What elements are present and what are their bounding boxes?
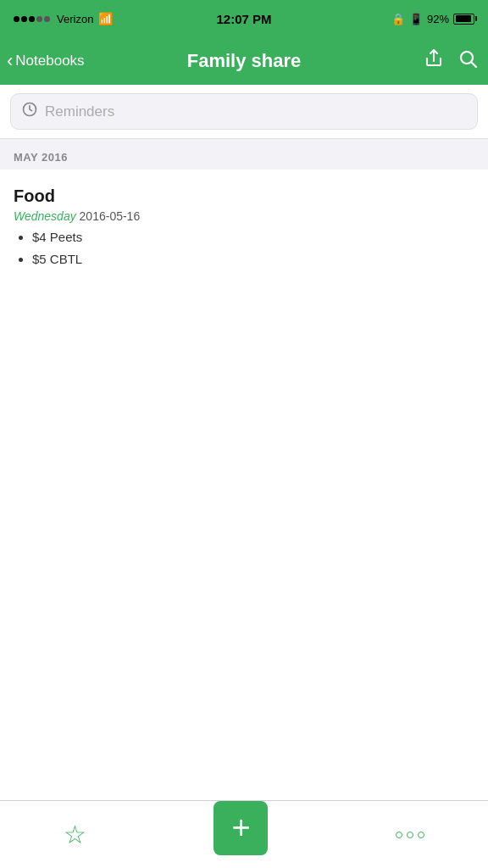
back-chevron-icon: ‹ <box>7 52 13 70</box>
status-left: Verizon 📶 <box>14 12 113 25</box>
note-date-plain: 2016-05-16 <box>76 209 141 223</box>
status-right: 🔒 📱 92% <box>391 13 474 25</box>
note-card[interactable]: Food Wednesday 2016-05-16 $4 Peets $5 CB… <box>14 183 474 280</box>
signal-dot-2 <box>21 16 27 22</box>
signal-dot-5 <box>44 16 50 22</box>
wifi-icon: 📶 <box>98 12 113 25</box>
notes-area: Food Wednesday 2016-05-16 $4 Peets $5 CB… <box>0 170 488 800</box>
more-dot-1 <box>396 832 402 838</box>
lock-icon: 🔒 <box>391 13 405 25</box>
search-container: Reminders <box>0 85 488 139</box>
note-date-italic: Wednesday <box>14 209 76 223</box>
note-items-list: $4 Peets $5 CBTL <box>14 226 474 270</box>
signal-dots <box>14 16 50 22</box>
signal-dot-1 <box>14 16 19 22</box>
nav-actions <box>424 48 478 74</box>
more-dot-2 <box>407 832 413 838</box>
reminders-clock-icon <box>21 101 38 122</box>
reminders-label: Reminders <box>45 103 114 120</box>
battery-icon <box>453 14 474 25</box>
section-header-label: MAY 2016 <box>14 151 68 164</box>
note-title: Food <box>14 186 474 206</box>
more-button[interactable] <box>396 832 424 838</box>
bluetooth-icon: 📱 <box>409 13 423 25</box>
reminders-search-box[interactable]: Reminders <box>10 93 478 130</box>
note-date: Wednesday 2016-05-16 <box>14 209 474 223</box>
carrier-label: Verizon <box>57 13 93 25</box>
add-note-button[interactable]: + <box>214 801 268 855</box>
tab-bar: ☆ + <box>0 800 488 868</box>
status-bar: Verizon 📶 12:07 PM 🔒 📱 92% <box>0 0 488 37</box>
favorites-star-icon[interactable]: ☆ <box>64 822 86 848</box>
add-icon: + <box>231 811 250 843</box>
search-icon[interactable] <box>458 48 478 74</box>
note-item-1: $4 Peets <box>32 226 474 248</box>
back-button[interactable]: ‹ Notebooks <box>7 52 85 70</box>
nav-bar: ‹ Notebooks Family share <box>0 37 488 85</box>
note-item-2: $5 CBTL <box>32 248 474 270</box>
more-dot-3 <box>418 832 424 838</box>
battery-percent: 92% <box>427 13 449 25</box>
section-header: MAY 2016 <box>0 139 488 170</box>
status-time: 12:07 PM <box>216 12 271 26</box>
carrier-name: Verizon 📶 <box>57 12 113 25</box>
back-label: Notebooks <box>15 53 84 70</box>
svg-line-2 <box>472 63 477 68</box>
share-icon[interactable] <box>424 48 444 74</box>
nav-title: Family share <box>187 50 302 72</box>
signal-dot-4 <box>36 16 42 22</box>
signal-dot-3 <box>29 16 35 22</box>
